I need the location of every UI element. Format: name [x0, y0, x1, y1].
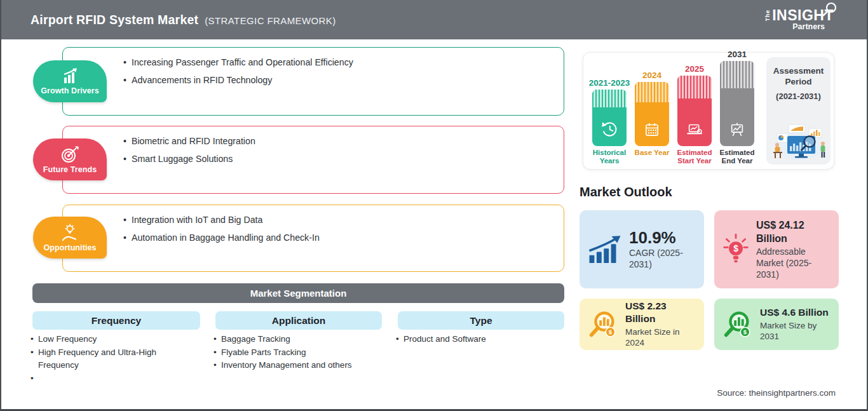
bar-stripes — [635, 82, 669, 102]
segment-header-frequency: Frequency — [32, 311, 200, 330]
bar-year-label: 2021-2023 — [589, 78, 630, 88]
laptop-gear-icon — [685, 120, 704, 139]
bar-base-year: 2024 Base Year — [634, 53, 670, 169]
assessment-line: Assessment — [766, 65, 831, 76]
stat-caption: CAGR (2025-2031) — [629, 247, 696, 270]
bar-caption: Estimated End Year — [714, 149, 760, 165]
stat-caption: Addressable Market (2025-2031) — [756, 246, 831, 281]
bar — [677, 76, 712, 146]
bar-historical-years: 2021-2023 Historical Years — [592, 53, 627, 169]
magnifier-chart-icon: $ — [722, 308, 754, 341]
report-subtitle: (STRATEGIC FRAMEWORK) — [205, 15, 336, 26]
stat-value: US$ 4.6 Billion — [760, 306, 831, 319]
svg-text:$: $ — [609, 328, 613, 335]
list-item: Low Frequency — [30, 333, 173, 346]
opportunities-badge: Opportunities — [33, 217, 107, 259]
growth-drivers-box: Increasing Passenger Traffic and Operati… — [62, 47, 564, 116]
list-item: High Frequency and Ultra-High Frequency — [30, 346, 173, 372]
list-item: Integration with IoT and Big Data — [123, 211, 320, 229]
hand-lightbulb-icon — [60, 224, 80, 243]
bar-caption: Base Year — [629, 149, 675, 157]
source-note: Source: theinsightpartners.com — [717, 388, 836, 398]
lightbulb-dollar-icon: $ — [722, 231, 750, 268]
logo-magnifier-icon — [821, 2, 837, 18]
stat-caption: Market Size in 2024 — [625, 327, 696, 349]
bar — [592, 90, 627, 146]
bar-year-label: 2031 — [728, 50, 747, 59]
cagr-card: 10.9% CAGR (2025-2031) — [580, 210, 704, 288]
frequency-list: Low Frequency High Frequency and Ultra-H… — [30, 333, 173, 372]
segment-header-type: Type — [398, 311, 564, 330]
calendar-icon — [642, 120, 661, 139]
assessment-period-panel: Assessment Period (2021-2031) — [766, 57, 831, 165]
bar-stripes — [592, 90, 627, 107]
badge-label: Future Trends — [43, 165, 97, 174]
stat-value: US$ 24.12 Billion — [756, 219, 831, 245]
header-bar: Airport RFID System Market (STRATEGIC FR… — [1, 0, 867, 39]
type-list: Product and Software — [395, 333, 554, 346]
bar-year-label: 2024 — [642, 71, 661, 80]
logo-the: The — [764, 10, 771, 21]
bar-caption: Estimated Start Year — [672, 149, 717, 165]
segmentation-title-bar: Market Segmentation — [32, 283, 564, 303]
future-trends-list: Biometric and RFID Integration Smart Lug… — [123, 132, 255, 168]
list-item: Flyable Parts Tracking — [213, 346, 372, 360]
opportunities-box: Integration with IoT and Big Data Automa… — [62, 205, 564, 272]
assessment-range: (2021-2031) — [766, 91, 831, 102]
badge-label: Growth Drivers — [41, 86, 99, 95]
bar-stripes — [720, 61, 754, 88]
bar-year-label: 2025 — [685, 64, 704, 74]
market-size-2024-card: $ US$ 2.23 Billion Market Size in 2024 — [580, 299, 704, 350]
logo-partners: Partners — [764, 22, 834, 31]
analytics-illustration — [770, 122, 828, 161]
report-title: Airport RFID System Market — [31, 13, 198, 27]
list-item: Biometric and RFID Integration — [123, 132, 255, 150]
growth-drivers-badge: Growth Drivers — [33, 60, 107, 102]
target-dart-icon — [60, 145, 80, 165]
stat-value: US$ 2.23 Billion — [625, 300, 696, 326]
svg-text:$: $ — [733, 244, 738, 253]
infographic-page: Airport RFID System Market (STRATEGIC FR… — [0, 0, 868, 411]
bar-stripes — [677, 76, 712, 98]
opportunities-list: Integration with IoT and Big Data Automa… — [123, 211, 320, 246]
addressable-market-card: $ US$ 24.12 Billion Addressable Market (… — [714, 210, 839, 288]
application-list: Baggage Tracking Flyable Parts Tracking … — [213, 333, 372, 372]
list-item: Advancements in RFID Technology — [123, 71, 353, 89]
bar-estimated-start-year: 2025 Estimated Start Year — [677, 53, 712, 169]
future-trends-box: Biometric and RFID Integration Smart Lug… — [62, 126, 564, 194]
badge-label: Opportunities — [43, 243, 96, 252]
stat-caption: Market Size by 2031 — [760, 320, 831, 342]
magnifier-chart-icon: $ — [587, 308, 619, 341]
list-item: Product and Software — [395, 333, 554, 346]
timeline-chart-card: 2021-2023 Historical Years 2024 — [583, 52, 834, 170]
bar-estimated-end-year: 2031 Estimated End Year — [719, 53, 755, 169]
page-title: Airport RFID System Market (STRATEGIC FR… — [31, 13, 336, 27]
bar — [720, 61, 754, 146]
stat-value: 10.9% — [629, 229, 696, 247]
market-size-2031-card: $ US$ 4.6 Billion Market Size by 2031 — [714, 299, 839, 350]
bar — [635, 82, 669, 146]
list-item: Smart Luggage Solutions — [123, 150, 255, 168]
brand-logo: The INSIGHT Partners — [764, 8, 834, 31]
svg-text:$: $ — [743, 328, 747, 335]
growth-chart-icon — [60, 68, 80, 86]
growth-drivers-list: Increasing Passenger Traffic and Operati… — [123, 53, 353, 89]
future-trends-badge: Future Trends — [33, 138, 107, 180]
market-outlook-heading: Market Outlook — [580, 185, 672, 199]
history-clock-icon — [600, 120, 619, 139]
segment-header-application: Application — [215, 311, 382, 330]
assessment-line: Period — [766, 76, 831, 87]
list-item: Baggage Tracking — [213, 333, 372, 346]
presentation-board-icon — [728, 120, 747, 139]
list-item: Automation in Baggage Handling and Check… — [123, 229, 320, 246]
bar-caption: Historical Years — [587, 149, 632, 165]
cagr-growth-icon — [587, 234, 623, 265]
list-item: Inventory Management and others — [213, 359, 372, 372]
list-item: Increasing Passenger Traffic and Operati… — [123, 53, 353, 71]
